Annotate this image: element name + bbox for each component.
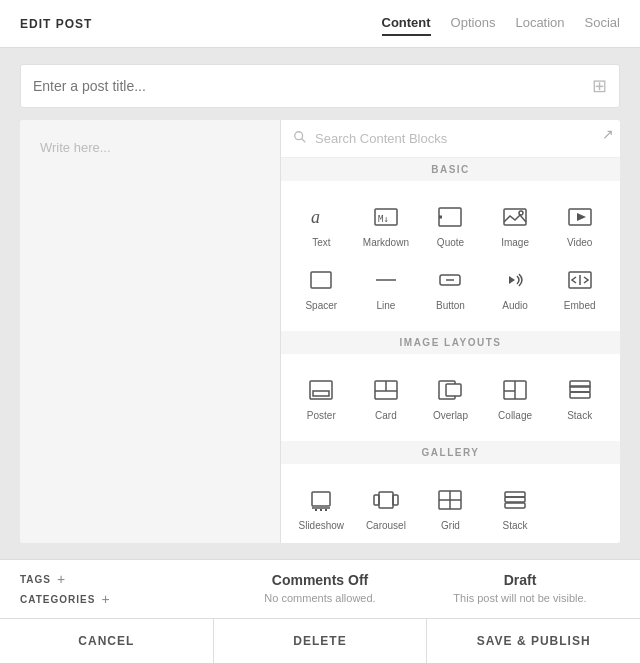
- svg-rect-28: [570, 392, 590, 398]
- block-text[interactable]: a Text: [289, 193, 354, 256]
- svg-marker-10: [577, 213, 586, 221]
- comments-desc: No comments allowed.: [220, 592, 420, 604]
- block-slideshow[interactable]: Slideshow: [289, 476, 354, 539]
- slideshow-icon: [301, 484, 341, 516]
- block-quote-label: Quote: [437, 237, 464, 248]
- svg-text:a: a: [311, 207, 320, 227]
- search-input[interactable]: [315, 131, 608, 146]
- block-stack-img-label: Stack: [567, 410, 592, 421]
- nav-location[interactable]: Location: [515, 11, 564, 36]
- block-spacer[interactable]: Spacer: [289, 256, 354, 319]
- block-embed[interactable]: Embed: [547, 256, 612, 319]
- write-placeholder: Write here...: [40, 140, 111, 155]
- image-icon: [495, 201, 535, 233]
- nav-options[interactable]: Options: [451, 11, 496, 36]
- gallery-blocks-grid: Slideshow Carousel: [281, 464, 620, 543]
- text-icon: a: [301, 201, 341, 233]
- basic-blocks-grid: a Text M↓ Markdown: [281, 181, 620, 331]
- block-stack-gallery[interactable]: Stack: [483, 476, 548, 539]
- block-poster[interactable]: Poster: [289, 366, 354, 429]
- video-icon: [560, 201, 600, 233]
- page-title: EDIT POST: [20, 17, 382, 31]
- section-image-layouts-header: IMAGE LAYOUTS: [281, 331, 620, 354]
- button-icon: [430, 264, 470, 296]
- svg-rect-5: [439, 208, 461, 226]
- stack-img-icon: [560, 374, 600, 406]
- main-content: ⊞ Write here... ↗ B: [0, 48, 640, 559]
- tags-row: TAGS +: [20, 572, 220, 586]
- svg-rect-38: [393, 495, 398, 505]
- block-card-label: Card: [375, 410, 397, 421]
- block-carousel-label: Carousel: [366, 520, 406, 531]
- svg-rect-36: [379, 492, 393, 508]
- block-quote[interactable]: Quote: [418, 193, 483, 256]
- footer-meta-left: TAGS + CATEGORIES +: [20, 572, 220, 606]
- block-poster-label: Poster: [307, 410, 336, 421]
- delete-button[interactable]: DELETE: [214, 619, 428, 663]
- block-image-label: Image: [501, 237, 529, 248]
- draft-desc: This post will not be visible.: [420, 592, 620, 604]
- categories-row: CATEGORIES +: [20, 592, 220, 606]
- title-format-icon[interactable]: ⊞: [592, 75, 607, 97]
- expand-icon[interactable]: ↗: [602, 126, 614, 142]
- title-input-wrap: ⊞: [20, 64, 620, 108]
- categories-add-button[interactable]: +: [101, 592, 109, 606]
- header-nav: Content Options Location Social: [382, 11, 621, 36]
- footer: TAGS + CATEGORIES + Comments Off No comm…: [0, 559, 640, 663]
- svg-rect-44: [505, 492, 525, 497]
- footer-comments: Comments Off No comments allowed.: [220, 572, 420, 604]
- block-spacer-label: Spacer: [305, 300, 337, 311]
- nav-content[interactable]: Content: [382, 11, 431, 36]
- card-icon: [366, 374, 406, 406]
- svg-rect-37: [374, 495, 379, 505]
- block-image[interactable]: Image: [483, 193, 548, 256]
- svg-rect-19: [313, 391, 329, 396]
- blocks-scroll: BASIC a Text: [281, 158, 620, 543]
- write-area[interactable]: Write here...: [20, 120, 280, 543]
- section-basic-header: BASIC: [281, 158, 620, 181]
- block-stack-gallery-label: Stack: [503, 520, 528, 531]
- footer-draft: Draft This post will not be visible.: [420, 572, 620, 604]
- section-gallery-header: GALLERY: [281, 441, 620, 464]
- categories-label: CATEGORIES: [20, 594, 95, 605]
- post-title-input[interactable]: [33, 78, 592, 94]
- block-markdown[interactable]: M↓ Markdown: [354, 193, 419, 256]
- save-publish-button[interactable]: SAVE & PUBLISH: [427, 619, 640, 663]
- block-stack-img[interactable]: Stack: [547, 366, 612, 429]
- svg-rect-24: [446, 384, 461, 396]
- svg-rect-42: [505, 503, 525, 508]
- block-button[interactable]: Button: [418, 256, 483, 319]
- cancel-button[interactable]: CANCEL: [0, 619, 214, 663]
- block-slideshow-label: Slideshow: [299, 520, 345, 531]
- svg-rect-31: [312, 492, 330, 506]
- block-line-label: Line: [376, 300, 395, 311]
- block-markdown-label: Markdown: [363, 237, 409, 248]
- block-collage[interactable]: Collage: [483, 366, 548, 429]
- block-video-label: Video: [567, 237, 592, 248]
- overlap-icon: [430, 374, 470, 406]
- nav-social[interactable]: Social: [585, 11, 620, 36]
- spacer-icon: [301, 264, 341, 296]
- block-grid-label: Grid: [441, 520, 460, 531]
- block-audio[interactable]: Audio: [483, 256, 548, 319]
- block-carousel[interactable]: Carousel: [354, 476, 419, 539]
- block-overlap[interactable]: Overlap: [418, 366, 483, 429]
- block-text-label: Text: [312, 237, 330, 248]
- block-line[interactable]: Line: [354, 256, 419, 319]
- search-bar: [281, 120, 620, 158]
- svg-marker-15: [509, 276, 515, 284]
- block-video[interactable]: Video: [547, 193, 612, 256]
- image-layout-blocks-grid: Poster Card: [281, 354, 620, 441]
- footer-meta: TAGS + CATEGORIES + Comments Off No comm…: [0, 560, 640, 618]
- block-grid[interactable]: Grid: [418, 476, 483, 539]
- block-collage-label: Collage: [498, 410, 532, 421]
- block-button-label: Button: [436, 300, 465, 311]
- tags-add-button[interactable]: +: [57, 572, 65, 586]
- block-card[interactable]: Card: [354, 366, 419, 429]
- poster-icon: [301, 374, 341, 406]
- block-embed-label: Embed: [564, 300, 596, 311]
- footer-actions: CANCEL DELETE SAVE & PUBLISH: [0, 618, 640, 663]
- blocks-panel: BASIC a Text: [280, 120, 620, 543]
- markdown-icon: M↓: [366, 201, 406, 233]
- stack-gallery-icon: [495, 484, 535, 516]
